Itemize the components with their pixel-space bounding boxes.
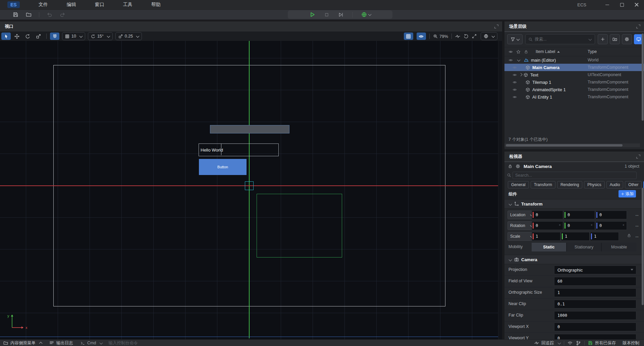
move-tool-button[interactable] — [12, 33, 21, 40]
grid-toggle-button[interactable] — [404, 33, 413, 40]
projection-dropdown[interactable]: Orthographic — [554, 266, 636, 274]
tab-transform[interactable]: Transform — [531, 181, 555, 188]
ui-slider-widget[interactable] — [210, 125, 289, 133]
new-folder-button[interactable] — [610, 34, 620, 44]
maximize-button[interactable] — [614, 0, 629, 9]
link-axes-icon[interactable]: ↔ — [635, 233, 639, 239]
ui-text-widget[interactable]: Hello World — [199, 143, 279, 156]
app-logo[interactable]: ES — [7, 1, 20, 8]
hierarchy-row-animatedsprite[interactable]: AnimatedSprite 1 TransformComponent — [504, 86, 644, 93]
rotation-y-input[interactable]: 0° — [564, 221, 595, 230]
eye-icon[interactable] — [513, 80, 517, 84]
mobility-stationary[interactable]: Stationary — [567, 243, 601, 251]
hierarchy-expand-icon[interactable] — [636, 24, 641, 29]
mobility-static[interactable]: Static — [532, 243, 566, 251]
stats-button[interactable] — [455, 34, 460, 39]
eye-icon[interactable] — [508, 50, 513, 54]
add-component-button[interactable]: 添加 — [619, 190, 636, 197]
snap-toggle-button[interactable] — [50, 33, 59, 40]
scene-canvas[interactable]: Hello World Button y x — [0, 41, 502, 339]
rotation-x-input[interactable]: 0° — [532, 221, 563, 230]
location-x-input[interactable]: 0 — [532, 211, 563, 219]
trace-dropdown[interactable]: 回追踪 — [534, 340, 560, 346]
tab-other[interactable]: Other — [625, 181, 642, 188]
eye-icon[interactable] — [513, 88, 517, 92]
cmd-dropdown[interactable]: Cmd — [80, 341, 102, 345]
link-axes-icon[interactable]: ↔ — [635, 212, 639, 217]
hierarchy-search-input[interactable]: 搜索... — [525, 34, 595, 44]
menu-file[interactable]: 文件 — [33, 1, 53, 9]
select-tool-button[interactable] — [1, 33, 11, 40]
play-button[interactable] — [310, 12, 315, 17]
rotation-snap-dropdown[interactable]: 15° — [88, 32, 113, 40]
near-clip-input[interactable]: 0.1 — [554, 300, 636, 308]
output-log-button[interactable]: 输出日志 — [49, 340, 73, 346]
menu-window[interactable]: 窗口 — [90, 1, 110, 9]
transform-section-header[interactable]: Transform — [504, 199, 644, 209]
hierarchy-row-main-camera[interactable]: Main Camera TransformComponent — [504, 64, 644, 71]
scale-snap-dropdown[interactable]: 0.25 — [115, 32, 142, 40]
scale-x-input[interactable]: 1 — [532, 232, 560, 241]
console-command-input[interactable]: 输入控制台命令 — [108, 340, 138, 346]
filter-dropdown[interactable] — [507, 34, 523, 44]
tab-general[interactable]: General — [508, 181, 529, 188]
scale-tool-button[interactable] — [34, 33, 43, 40]
camera-section-header[interactable]: Camera — [504, 255, 644, 264]
tab-physics[interactable]: Physics — [584, 181, 604, 188]
gear-icon[interactable] — [516, 164, 520, 169]
undo-button[interactable] — [47, 12, 52, 17]
source-control-branch-icon[interactable] — [576, 341, 581, 346]
menu-tools[interactable]: 工具 — [118, 1, 138, 9]
fov-input[interactable]: 60 — [554, 277, 636, 286]
chevron-right-icon[interactable] — [519, 73, 523, 76]
rotate-tool-button[interactable] — [23, 33, 32, 40]
menu-edit[interactable]: 编辑 — [61, 1, 82, 9]
world-select-dropdown[interactable] — [361, 12, 371, 17]
eye-icon[interactable] — [508, 58, 513, 62]
rotation-z-input[interactable]: 0° — [595, 221, 627, 230]
network-status-icon[interactable] — [568, 341, 573, 346]
far-clip-input[interactable]: 1000 — [554, 311, 636, 320]
close-button[interactable] — [629, 0, 644, 9]
inspector-search-input[interactable]: Search... — [513, 172, 637, 179]
hierarchy-vscrollbar-thumb[interactable] — [642, 34, 644, 121]
column-type[interactable]: Type — [588, 49, 597, 54]
save-button[interactable] — [13, 12, 18, 17]
hierarchy-settings-button[interactable] — [622, 34, 632, 44]
inspector-expand-icon[interactable] — [636, 154, 641, 159]
content-drawer-button[interactable]: 内容侧滑菜单 — [3, 340, 42, 346]
add-entity-button[interactable] — [598, 34, 608, 44]
column-item-label[interactable]: Item Label — [536, 49, 555, 54]
lock-icon[interactable] — [524, 50, 528, 54]
version-control-button[interactable]: 版本控制 — [623, 340, 639, 346]
lock-icon[interactable] — [508, 164, 513, 169]
ui-button-widget[interactable]: Button — [199, 159, 247, 175]
save-status[interactable]: 所有已保存 — [588, 340, 616, 346]
link-axes-icon[interactable]: ↔ — [635, 223, 639, 228]
camera-gizmo-box[interactable] — [245, 181, 254, 190]
scale-y-input[interactable]: 1 — [561, 232, 590, 241]
viewport-scrollbar-gutter[interactable] — [498, 41, 502, 339]
grid-snap-dropdown[interactable]: 10 — [62, 32, 85, 40]
hierarchy-hscrollbar-thumb[interactable] — [506, 144, 623, 147]
viewport-x-input[interactable]: 0 — [554, 323, 636, 331]
mobility-movable[interactable]: Movable — [602, 243, 636, 251]
chevron-down-icon[interactable] — [517, 58, 521, 61]
eye-icon[interactable] — [513, 65, 517, 70]
location-z-input[interactable]: 0 — [595, 211, 627, 219]
hierarchy-row-tilemap[interactable]: Tilemap 1 TransformComponent — [504, 78, 644, 86]
fullscreen-button[interactable] — [472, 34, 477, 39]
location-y-input[interactable]: 0 — [564, 211, 595, 219]
scale-lock-icon[interactable] — [627, 233, 631, 238]
tab-rendering[interactable]: Rendering — [557, 181, 582, 188]
view-mode-dropdown[interactable] — [481, 32, 497, 40]
eye-icon[interactable] — [513, 95, 517, 99]
hierarchy-row-text[interactable]: Text UITextComponent — [504, 71, 644, 78]
star-icon[interactable] — [516, 50, 521, 54]
hierarchy-row-ai-entity[interactable]: AI Entity 1 TransformComponent — [504, 93, 644, 101]
minimize-button[interactable] — [600, 0, 614, 9]
scale-z-input[interactable]: 1 — [590, 232, 619, 241]
step-button[interactable] — [338, 12, 343, 17]
eye-icon[interactable] — [513, 73, 517, 77]
reset-view-button[interactable] — [464, 34, 469, 39]
